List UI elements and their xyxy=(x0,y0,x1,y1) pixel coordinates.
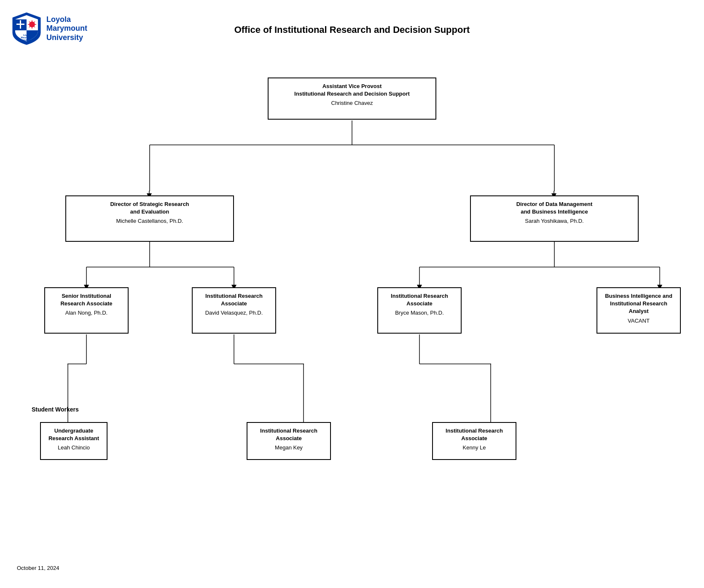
box-ir-megan: Institutional Research Associate Megan K… xyxy=(247,422,331,460)
logo-text-university: University xyxy=(46,33,87,43)
ir-kenny-title: Institutional Research Associate xyxy=(438,427,511,442)
undergrad-title: Undergraduate Research Assistant xyxy=(46,427,102,442)
logo-text-loyola: Loyola xyxy=(46,15,87,24)
svg-text:University: University xyxy=(21,39,32,41)
box-bi-analyst: Business Intelligence and Institutional … xyxy=(597,287,681,334)
dir-right-title1: Director of Data Management xyxy=(476,200,633,208)
page-title: Office of Institutional Research and Dec… xyxy=(13,24,691,35)
dir-left-title1: Director of Strategic Research xyxy=(71,200,228,208)
avp-title-line2: Institutional Research and Decision Supp… xyxy=(274,90,430,98)
dir-left-name: Michelle Castellanos, Ph.D. xyxy=(71,217,228,225)
student-workers-label: Student Workers xyxy=(32,406,79,413)
avp-title-line1: Assistant Vice Provost xyxy=(274,83,430,90)
box-senior-ir: Senior Institutional Research Associate … xyxy=(44,287,129,334)
box-undergrad: Undergraduate Research Assistant Leah Ch… xyxy=(40,422,107,460)
box-ir-david: Institutional Research Associate David V… xyxy=(192,287,276,334)
box-ir-kenny: Institutional Research Associate Kenny L… xyxy=(432,422,516,460)
box-dir-left: Director of Strategic Research and Evalu… xyxy=(65,195,234,242)
box-dir-right: Director of Data Management and Business… xyxy=(470,195,639,242)
box-ir-bryce: Institutional Research Associate Bryce M… xyxy=(377,287,462,334)
svg-rect-3 xyxy=(16,24,24,25)
svg-point-4 xyxy=(29,21,35,27)
box-avp: Assistant Vice Provost Institutional Res… xyxy=(268,78,436,120)
ir-kenny-name: Kenny Le xyxy=(438,444,511,452)
senior-ir-title: Senior Institutional Research Associate xyxy=(50,292,123,307)
ir-david-title: Institutional Research Associate xyxy=(198,292,270,307)
org-chart: Assistant Vice Provost Institutional Res… xyxy=(19,52,685,537)
ir-megan-name: Megan Key xyxy=(253,444,325,452)
dir-right-name: Sarah Yoshikawa, Ph.D. xyxy=(476,217,633,225)
bi-analyst-title: Business Intelligence and Institutional … xyxy=(602,292,675,315)
dir-right-title2: and Business Intelligence xyxy=(476,208,633,216)
ir-bryce-name: Bryce Mason, Ph.D. xyxy=(383,309,456,317)
senior-ir-name: Alan Nong, Ph.D. xyxy=(50,309,123,317)
logo-text-marymount: Marymount xyxy=(46,24,87,33)
footer-date: October 11, 2024 xyxy=(17,565,59,571)
ir-megan-title: Institutional Research Associate xyxy=(253,427,325,442)
avp-name: Christine Chavez xyxy=(274,99,430,107)
logo: Loyola Marymount University Loyola Marym… xyxy=(12,12,87,45)
ir-bryce-title: Institutional Research Associate xyxy=(383,292,456,307)
bi-analyst-name: VACANT xyxy=(602,317,675,325)
dir-left-title2: and Evaluation xyxy=(71,208,228,216)
ir-david-name: David Velasquez, Ph.D. xyxy=(198,309,270,317)
undergrad-name: Leah Chincio xyxy=(46,444,102,452)
